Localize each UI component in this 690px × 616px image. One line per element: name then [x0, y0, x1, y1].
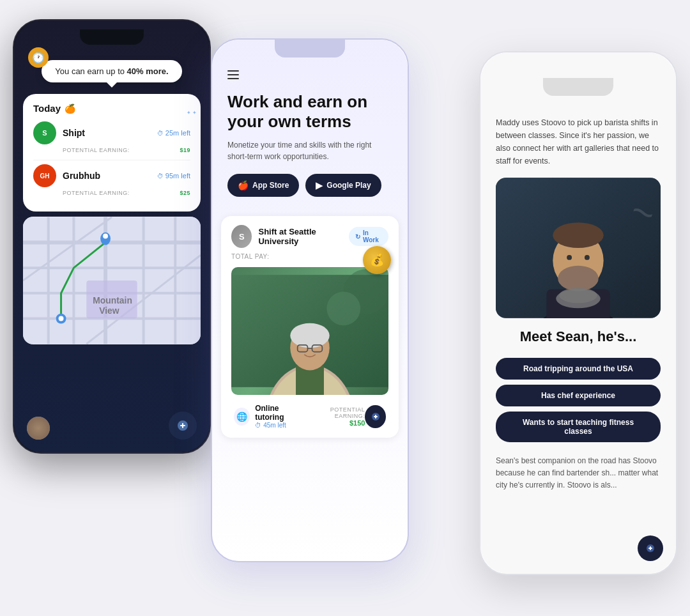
divider	[33, 160, 190, 160]
tag-button-1[interactable]: Road tripping around the USA	[496, 358, 661, 380]
tag-button-2[interactable]: Has chef experience	[496, 385, 661, 406]
center-phone-nav-button[interactable]	[365, 405, 386, 428]
phones-container: You can earn up to 40% more. 🕐 ✦ ✦ Today…	[0, 0, 690, 616]
svg-text:Mountain: Mountain	[93, 295, 132, 305]
decoration-dots: ✦ ✦	[187, 110, 197, 116]
bottom-potential-label: POTENTIAL EARNING:	[305, 406, 365, 419]
svg-point-26	[326, 292, 360, 326]
today-label: Today	[33, 103, 61, 114]
today-emoji: 🍊	[65, 104, 75, 114]
shipt-name: Shipt	[63, 128, 85, 138]
google-play-label: Google Play	[326, 181, 371, 190]
tooltip-bubble: You can earn up to 40% more.	[42, 60, 182, 82]
today-card: Today 🍊 S Shipt	[23, 94, 201, 212]
shipt-earning: POTENTIAL EARNING: $19	[33, 147, 190, 153]
phone-center-screen: Work and earn on your own terms Monetize…	[212, 40, 408, 561]
map-svg: Mountain View	[23, 217, 201, 344]
job-card-header: S Shift at Seattle University ↻ In Work …	[231, 225, 388, 248]
job-card-title: Shift at Seattle University	[258, 227, 348, 246]
app-store-button[interactable]: 🍎 App Store	[227, 174, 299, 197]
shipt-row: S Shipt ⏱ 25m left	[33, 121, 190, 144]
store-buttons: 🍎 App Store ▶ Google Play	[227, 174, 392, 197]
bottom-nav-button[interactable]	[169, 412, 197, 440]
svg-point-45	[585, 255, 590, 260]
shipt-earning-value: $19	[180, 147, 190, 153]
job-card-icon: S	[231, 225, 252, 248]
app-store-label: App Store	[252, 181, 289, 190]
meet-text: Meet Sean, he's...	[480, 318, 676, 353]
svg-point-18	[103, 234, 108, 239]
shipt-icon: S	[33, 121, 56, 144]
bottom-job-name: Online tutoring	[255, 404, 304, 422]
in-work-badge: ↻ In Work	[349, 227, 388, 246]
globe-icon: 🌐	[234, 408, 250, 426]
svg-point-43	[553, 222, 603, 248]
svg-point-44	[567, 255, 572, 260]
in-work-label: In Work	[363, 229, 382, 243]
grubhub-row: GH Grubhub ⏱ 95m left	[33, 164, 190, 187]
hero-subtitle: Monetize your time and skills with the r…	[227, 139, 392, 162]
svg-rect-37	[375, 415, 376, 419]
svg-text:View: View	[99, 305, 119, 316]
play-icon: ▶	[316, 180, 323, 190]
svg-rect-50	[650, 546, 651, 550]
grubhub-earning: POTENTIAL EARNING: $25	[33, 190, 190, 196]
coin-badge: 💰	[363, 246, 395, 278]
person-photo: ~	[496, 178, 661, 318]
total-pay-label: TOTAL PAY:	[231, 253, 269, 260]
phone-center: Work and earn on your own terms Monetize…	[211, 38, 409, 562]
user-avatar	[27, 417, 50, 440]
testimonial-text: Maddy uses Stoovo to pick up barista shi…	[480, 104, 676, 178]
svg-point-31	[290, 323, 330, 348]
sean-text: Sean's best companion on the road has St…	[480, 447, 676, 497]
bottom-job-row: 🌐 Online tutoring ⏱ 45m left POTENTIAL E…	[231, 404, 388, 429]
phone-right: Maddy uses Stoovo to pick up barista shi…	[479, 51, 677, 575]
bottom-job-time: ⏱ 45m left	[255, 422, 304, 429]
grubhub-icon: GH	[33, 164, 56, 187]
tooltip-text-prefix: You can earn up to	[55, 66, 126, 76]
svg-text:S: S	[42, 129, 47, 137]
right-phone-nav-button[interactable]	[638, 535, 663, 561]
bottom-potential-value: $150	[305, 419, 365, 427]
grubhub-name: Grubhub	[63, 171, 100, 181]
grubhub-earning-label: POTENTIAL EARNING:	[63, 190, 130, 196]
google-play-button[interactable]: ▶ Google Play	[305, 174, 381, 197]
job-card-left: S Shift at Seattle University	[231, 225, 349, 248]
tooltip-highlight: 40% more.	[127, 66, 169, 76]
person-illustration	[231, 267, 388, 395]
grubhub-time: ⏱ 95m left	[157, 172, 190, 180]
job-photo	[231, 267, 388, 395]
bottom-job-info: Online tutoring ⏱ 45m left	[255, 404, 304, 429]
today-header: Today 🍊	[33, 103, 190, 114]
tag-button-3[interactable]: Wants to start teaching fitness classes	[496, 412, 661, 442]
shipt-time: ⏱ 25m left	[157, 129, 190, 137]
svg-point-42	[558, 266, 599, 291]
apple-icon: 🍎	[238, 180, 249, 190]
svg-rect-23	[182, 423, 183, 428]
hamburger-menu[interactable]	[212, 65, 408, 79]
phone-left-screen: You can earn up to 40% more. 🕐 ✦ ✦ Today…	[14, 20, 210, 452]
bottom-potential: POTENTIAL EARNING: $150	[305, 406, 365, 427]
shipt-earning-label: POTENTIAL EARNING:	[63, 147, 130, 153]
bottom-job-left: 🌐 Online tutoring ⏱ 45m left	[234, 404, 305, 429]
clock-icon: 🕐	[28, 47, 49, 68]
hero-section: Work and earn on your own terms Monetize…	[212, 79, 408, 216]
phone-left: You can earn up to 40% more. 🕐 ✦ ✦ Today…	[13, 19, 211, 454]
svg-point-47	[559, 288, 597, 304]
job-card: S Shift at Seattle University ↻ In Work …	[221, 216, 399, 438]
map-area: Mountain View	[23, 217, 201, 344]
phone-right-screen: Maddy uses Stoovo to pick up barista shi…	[480, 52, 676, 574]
hero-title: Work and earn on your own terms	[227, 92, 392, 132]
grubhub-earning-value: $25	[180, 190, 190, 196]
svg-point-16	[59, 316, 64, 321]
